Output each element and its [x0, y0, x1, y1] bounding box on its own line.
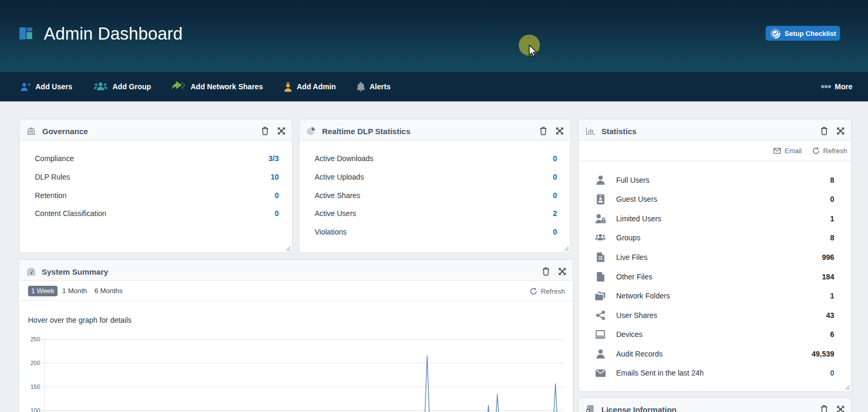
- svg-text:100: 100: [31, 407, 40, 412]
- svg-text:150: 150: [31, 383, 40, 390]
- svg-text:200: 200: [31, 360, 40, 366]
- svg-text:250: 250: [31, 336, 40, 342]
